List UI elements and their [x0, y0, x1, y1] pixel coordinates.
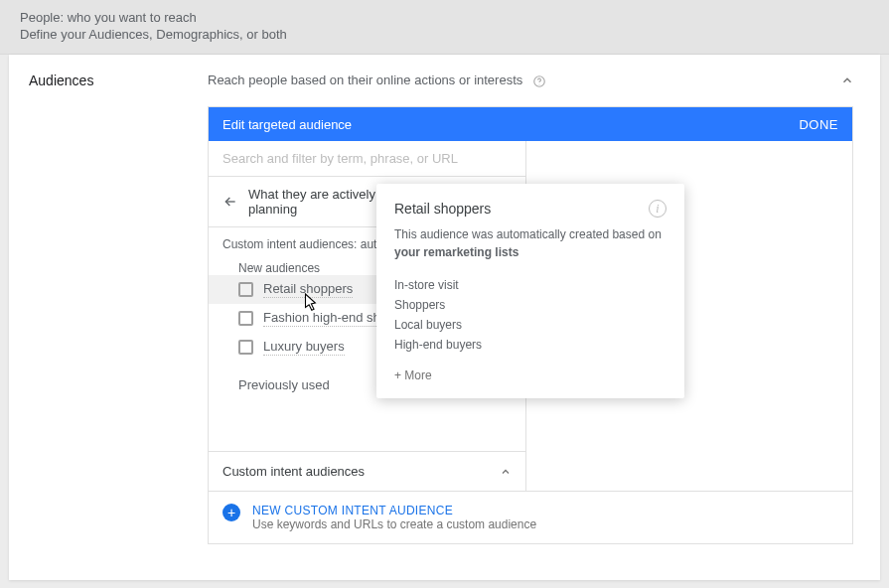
search-input[interactable]: Search and filter by term, phrase, or UR…: [209, 141, 525, 177]
popover-list-item: Local buyers: [394, 315, 667, 335]
audience-item-label: Retail shoppers: [263, 281, 353, 298]
popover-more-button[interactable]: + More: [394, 368, 667, 382]
audiences-card: Audiences Reach people based on their on…: [9, 55, 880, 580]
checkbox-icon[interactable]: [238, 340, 253, 355]
page-header: People: who you want to reach Define you…: [0, 0, 889, 55]
svg-point-1: [538, 83, 539, 84]
popover-list-item: Shoppers: [394, 295, 667, 315]
previously-used-label: Previously used: [238, 377, 330, 392]
checkbox-icon[interactable]: [238, 311, 253, 326]
cta-subtitle: Use keywords and URLs to create a custom…: [252, 517, 536, 531]
plus-icon: +: [222, 504, 240, 521]
help-icon[interactable]: [532, 74, 546, 88]
audiences-label: Audiences: [29, 73, 208, 88]
cta-title: NEW CUSTOM INTENT AUDIENCE: [252, 504, 536, 517]
audiences-description: Reach people based on their online actio…: [208, 73, 840, 88]
audience-item-label: Luxury buyers: [263, 339, 345, 356]
checkbox-icon[interactable]: [238, 282, 253, 297]
audience-tooltip-popover: Retail shoppers i This audience was auto…: [376, 184, 684, 398]
collapse-icon[interactable]: [840, 74, 860, 87]
panel-edit-title: Edit targeted audience: [222, 117, 352, 132]
custom-intent-audiences-row[interactable]: Custom intent audiences: [209, 451, 525, 491]
new-cia-cta[interactable]: + NEW CUSTOM INTENT AUDIENCE Use keyword…: [209, 491, 852, 543]
popover-title: Retail shoppers: [394, 201, 491, 217]
back-arrow-icon: [222, 194, 238, 210]
card-subheader-row: Audiences Reach people based on their on…: [29, 73, 860, 88]
panel-title-bar: Edit targeted audience DONE: [209, 107, 852, 141]
popover-list-item: In-store visit: [394, 275, 667, 295]
popover-list: In-store visit Shoppers Local buyers Hig…: [394, 275, 667, 355]
cia-label: Custom intent audiences: [222, 464, 365, 479]
header-subtitle: Define your Audiences, Demographics, or …: [20, 27, 869, 42]
header-title-rest: who you want to reach: [64, 10, 197, 25]
info-icon[interactable]: i: [649, 200, 667, 218]
header-title-bold: People:: [20, 10, 64, 25]
popover-list-item: High-end buyers: [394, 335, 667, 355]
header-line1: People: who you want to reach: [20, 10, 869, 25]
done-button[interactable]: DONE: [799, 117, 838, 132]
popover-description: This audience was automatically created …: [394, 225, 667, 261]
chevron-up-icon: [500, 466, 512, 478]
